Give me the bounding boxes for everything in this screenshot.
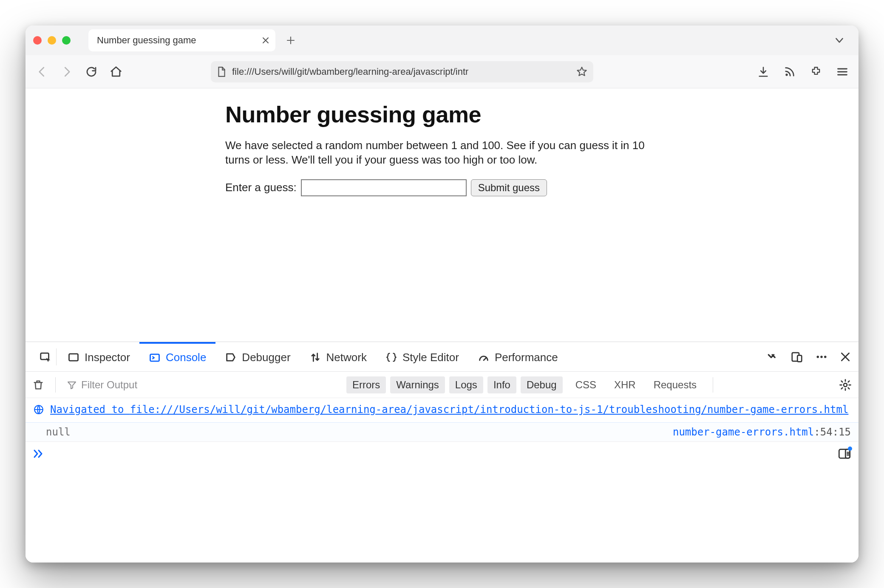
devtools-meatball-menu-button[interactable] (815, 351, 828, 363)
guess-form: Enter a guess: Submit guess (225, 179, 650, 196)
filter-css[interactable]: CSS (570, 376, 601, 393)
devtools-tab-debugger[interactable]: Debugger (215, 342, 300, 371)
svg-point-8 (824, 356, 827, 358)
reload-button[interactable] (85, 65, 98, 78)
notification-dot-icon (848, 447, 852, 451)
window-minimize-button[interactable] (48, 36, 56, 45)
filter-errors[interactable]: Errors (346, 376, 386, 393)
submit-guess-button[interactable]: Submit guess (471, 179, 547, 196)
devtools-panel: Inspector Console Debugger Network Style… (26, 342, 858, 563)
downloads-button[interactable] (757, 66, 769, 78)
url-text: file:///Users/will/git/wbamberg/learning… (232, 66, 570, 77)
all-tabs-button[interactable] (828, 35, 851, 46)
console-prompt-icon (33, 449, 45, 459)
guess-input[interactable] (301, 179, 467, 196)
filter-xhr[interactable]: XHR (609, 376, 641, 393)
url-box[interactable]: file:///Users/will/git/wbamberg/learning… (211, 61, 593, 82)
home-button[interactable] (110, 65, 122, 78)
devtools-more-tools-button[interactable] (766, 351, 779, 363)
bookmark-star-button[interactable] (576, 66, 587, 77)
back-button[interactable] (36, 65, 48, 78)
devtools-tabbar: Inspector Console Debugger Network Style… (26, 342, 858, 372)
console-log-row: null number-game-errors.html:54:15 (26, 423, 858, 442)
console-log-value: null (33, 426, 71, 438)
window-controls (33, 36, 71, 45)
devtools-tab-style-editor[interactable]: Style Editor (376, 342, 468, 371)
devtools-pick-element-button[interactable] (30, 342, 54, 371)
console-navigation-row: Navigated to file:///Users/will/git/wbam… (26, 398, 858, 423)
console-sidebar-toggle-button[interactable] (838, 448, 851, 460)
svg-rect-2 (69, 354, 78, 361)
guess-label: Enter a guess: (225, 181, 297, 194)
console-filter-placeholder: Filter Output (81, 379, 137, 391)
page-heading: Number guessing game (225, 101, 650, 127)
new-tab-button[interactable] (281, 35, 300, 45)
tab-bar: Number guessing game (26, 25, 858, 55)
devtools-close-button[interactable] (840, 351, 851, 362)
console-clear-button[interactable] (32, 379, 44, 391)
svg-point-9 (844, 383, 847, 387)
console-settings-button[interactable] (839, 379, 852, 391)
filter-debug[interactable]: Debug (521, 376, 563, 393)
svg-point-0 (785, 74, 788, 76)
browser-tab[interactable]: Number guessing game (88, 29, 275, 51)
filter-info[interactable]: Info (487, 376, 516, 393)
app-menu-button[interactable] (836, 66, 848, 78)
window-zoom-button[interactable] (62, 36, 71, 45)
address-bar: file:///Users/will/git/wbamberg/learning… (26, 55, 858, 88)
svg-point-6 (817, 356, 819, 358)
funnel-icon (67, 380, 77, 390)
page-viewport: Number guessing game We have selected a … (26, 88, 858, 342)
console-filter-input[interactable]: Filter Output (67, 379, 339, 391)
extensions-button[interactable] (810, 66, 822, 78)
window-close-button[interactable] (33, 36, 42, 45)
forward-button[interactable] (60, 65, 73, 78)
filter-logs[interactable]: Logs (449, 376, 483, 393)
rss-icon[interactable] (784, 66, 796, 78)
devtools-tab-network[interactable]: Network (300, 342, 376, 371)
filter-warnings[interactable]: Warnings (390, 376, 445, 393)
svg-point-7 (820, 356, 823, 358)
console-toolbar: Filter Output Errors Warnings Logs Info … (26, 372, 858, 398)
console-input-row[interactable] (26, 442, 858, 466)
devtools-tab-performance[interactable]: Performance (468, 342, 567, 371)
svg-rect-1 (41, 353, 49, 359)
console-category-filters: Errors Warnings Logs Info Debug (346, 376, 563, 393)
globe-icon (33, 404, 44, 415)
devtools-responsive-mode-button[interactable] (790, 351, 803, 363)
devtools-tab-inspector[interactable]: Inspector (58, 342, 139, 371)
console-log-source-link[interactable]: number-game-errors.html:54:15 (673, 426, 851, 438)
browser-window: Number guessing game (26, 25, 858, 563)
tab-close-button[interactable] (262, 37, 269, 44)
devtools-tab-console[interactable]: Console (139, 342, 215, 371)
page-info-icon[interactable] (217, 66, 226, 77)
console-navigation-text[interactable]: Navigated to file:///Users/will/git/wbam… (50, 402, 848, 417)
page-description: We have selected a random number between… (225, 139, 650, 167)
svg-rect-5 (797, 355, 802, 362)
filter-requests[interactable]: Requests (649, 376, 702, 393)
tab-title: Number guessing game (97, 35, 257, 46)
console-output: Navigated to file:///Users/will/git/wbam… (26, 398, 858, 563)
